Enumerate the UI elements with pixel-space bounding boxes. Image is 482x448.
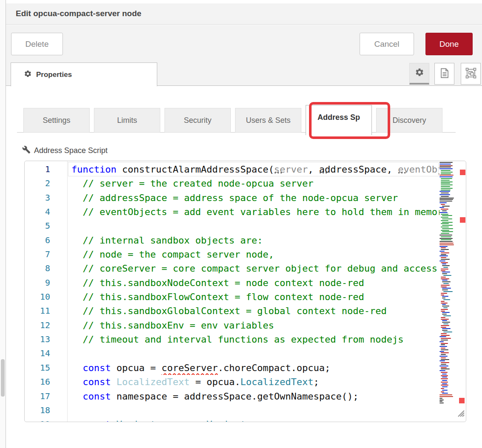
gear-icon bbox=[415, 68, 424, 79]
code-line[interactable]: 2 // server = the created node-opcua ser… bbox=[25, 176, 439, 190]
tab-discovery[interactable]: Discovery bbox=[376, 108, 442, 133]
line-number: 12 bbox=[25, 318, 50, 332]
line-number: 9 bbox=[25, 276, 50, 290]
description-icon-button[interactable] bbox=[434, 63, 454, 85]
properties-icon-button[interactable] bbox=[409, 63, 429, 85]
tab-properties[interactable]: Properties bbox=[11, 62, 157, 86]
line-number: 19 bbox=[25, 417, 50, 422]
code-text: // coreServer = core compact server obje… bbox=[71, 261, 439, 275]
dialog-title: Edit opcua-compact-server node bbox=[16, 9, 142, 18]
code-line[interactable]: 14 bbox=[25, 346, 439, 360]
code-editor[interactable]: 1function constructAlarmAddressSpace(ser… bbox=[24, 161, 466, 422]
code-line[interactable]: 11 // this.sandboxGlobalContext = global… bbox=[25, 304, 439, 318]
code-line[interactable]: 17 const namespace = addressSpace.getOwn… bbox=[25, 389, 439, 403]
tab-security[interactable]: Security bbox=[164, 108, 231, 133]
line-number: 10 bbox=[25, 290, 50, 304]
code-lines[interactable]: 1function constructAlarmAddressSpace(ser… bbox=[25, 162, 439, 422]
line-number: 4 bbox=[25, 205, 50, 219]
code-text: // this.sandboxNodeContext = node contex… bbox=[71, 276, 439, 290]
code-text: // timeout and interval functions as exp… bbox=[71, 332, 439, 346]
line-number: 2 bbox=[25, 176, 50, 190]
minimap[interactable] bbox=[439, 162, 455, 404]
code-text: // node = the compact server node, bbox=[71, 247, 439, 261]
cancel-button[interactable]: Cancel bbox=[360, 33, 414, 55]
dialog-toolbar: Delete Cancel Done Properties bbox=[6, 25, 482, 86]
code-line[interactable]: 19 const Variant = opcua.Variant; bbox=[25, 417, 439, 422]
code-text: // this.sandboxGlobalContext = global co… bbox=[71, 304, 439, 318]
line-number: 5 bbox=[25, 219, 50, 233]
error-marker[interactable] bbox=[460, 170, 465, 175]
code-line[interactable]: 1function constructAlarmAddressSpace(ser… bbox=[25, 162, 439, 176]
tab-limits[interactable]: Limits bbox=[94, 108, 160, 133]
gear-icon bbox=[11, 70, 32, 79]
selection-frame-icon bbox=[465, 68, 476, 80]
code-line[interactable]: 15 const opcua = coreServer.choreCompact… bbox=[25, 361, 439, 375]
line-number: 15 bbox=[25, 361, 50, 375]
code-line[interactable]: 18 bbox=[25, 403, 439, 417]
line-number: 1 bbox=[25, 162, 50, 176]
code-text: function constructAlarmAddressSpace(serv… bbox=[71, 162, 439, 176]
dialog-header: Edit opcua-compact-server node bbox=[6, 3, 482, 25]
code-line[interactable]: 12 // this.sandboxEnv = env variables bbox=[25, 318, 439, 332]
line-number: 7 bbox=[25, 247, 50, 261]
code-text: // eventObjects = add event variables he… bbox=[71, 205, 439, 219]
tab-address-space[interactable]: Address Sp bbox=[306, 105, 372, 135]
code-text: // this.sandboxEnv = env variables bbox=[71, 318, 439, 332]
code-text bbox=[71, 346, 439, 360]
code-text: // this.sandboxFlowContext = flow contex… bbox=[71, 290, 439, 304]
code-text bbox=[71, 403, 439, 417]
line-number: 3 bbox=[25, 191, 50, 205]
code-text: const Variant = opcua.Variant; bbox=[71, 417, 439, 422]
code-text: const LocalizedText = opcua.LocalizedTex… bbox=[71, 375, 439, 389]
line-number: 17 bbox=[25, 389, 50, 403]
error-marker[interactable] bbox=[460, 217, 465, 223]
line-number: 8 bbox=[25, 261, 50, 275]
tab-properties-label: Properties bbox=[36, 71, 72, 79]
code-line[interactable]: 16 const LocalizedText = opcua.Localized… bbox=[25, 375, 439, 389]
line-number: 18 bbox=[25, 403, 50, 417]
page-scrollbar-track[interactable] bbox=[0, 0, 6, 448]
code-line[interactable]: 13 // timeout and interval functions as … bbox=[25, 332, 439, 346]
code-text: // internal sandbox objects are: bbox=[71, 233, 439, 247]
tab-users-sets[interactable]: Users & Sets bbox=[235, 108, 301, 133]
error-marker[interactable] bbox=[459, 398, 465, 403]
appearance-icon-button[interactable] bbox=[461, 63, 481, 85]
code-text: // server = the created node-opcua serve… bbox=[71, 176, 439, 190]
code-line[interactable]: 8 // coreServer = core compact server ob… bbox=[25, 261, 439, 275]
line-number: 11 bbox=[25, 304, 50, 318]
line-number: 6 bbox=[25, 233, 50, 247]
done-button[interactable]: Done bbox=[425, 33, 473, 55]
code-line[interactable]: 10 // this.sandboxFlowContext = flow con… bbox=[25, 290, 439, 304]
code-line[interactable]: 9 // this.sandboxNodeContext = node cont… bbox=[25, 276, 439, 290]
wrench-icon bbox=[22, 145, 31, 156]
resize-grip-icon[interactable] bbox=[456, 409, 465, 419]
code-line[interactable]: 6 // internal sandbox objects are: bbox=[25, 233, 439, 247]
delete-button[interactable]: Delete bbox=[11, 33, 63, 55]
page-scrollbar-thumb[interactable] bbox=[1, 359, 5, 397]
section-label-text: Address Space Script bbox=[34, 146, 108, 155]
code-line[interactable]: 4 // eventObjects = add event variables … bbox=[25, 205, 439, 219]
document-icon bbox=[440, 68, 449, 80]
line-number: 14 bbox=[25, 346, 50, 360]
code-line[interactable]: 7 // node = the compact server node, bbox=[25, 247, 439, 261]
code-text: const namespace = addressSpace.getOwnNam… bbox=[71, 389, 439, 403]
edit-node-dialog: Edit opcua-compact-server node Delete Ca… bbox=[0, 0, 482, 448]
line-number: 16 bbox=[25, 375, 50, 389]
code-text: // addressSpace = address space of the n… bbox=[71, 191, 439, 205]
code-text: const opcua = coreServer.choreCompact.op… bbox=[71, 361, 439, 375]
line-number: 13 bbox=[25, 332, 50, 346]
section-label: Address Space Script bbox=[22, 145, 108, 156]
code-line[interactable]: 5 bbox=[25, 219, 439, 233]
tab-settings[interactable]: Settings bbox=[23, 108, 90, 133]
code-line[interactable]: 3 // addressSpace = address space of the… bbox=[25, 191, 439, 205]
code-text bbox=[71, 219, 439, 233]
